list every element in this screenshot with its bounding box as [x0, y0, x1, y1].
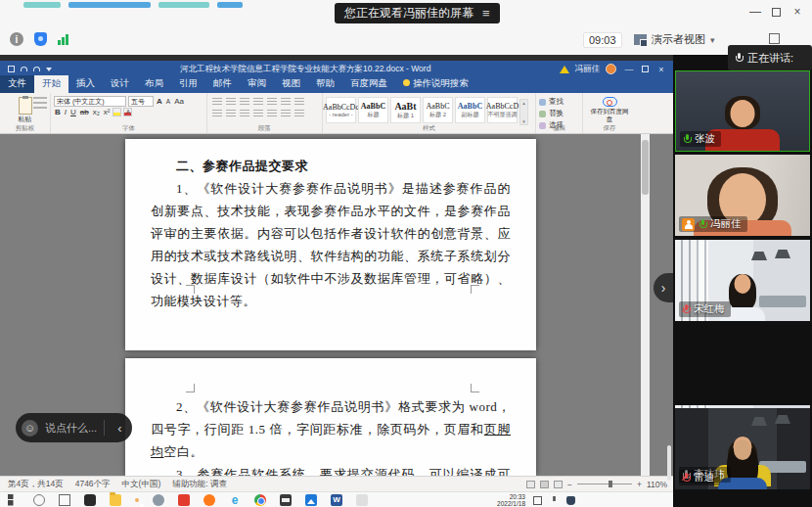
tab-layout[interactable]: 布局 [137, 75, 171, 93]
word-close-button[interactable]: × [654, 65, 668, 74]
paragraph-row-2[interactable] [212, 110, 317, 118]
font-name-combobox[interactable]: 宋体 (中文正文) [54, 96, 126, 107]
security-shield-icon[interactable] [34, 32, 47, 46]
web-layout-button[interactable] [554, 481, 563, 488]
zoom-slider-thumb[interactable] [609, 481, 612, 487]
scrollbar-thumb[interactable] [642, 140, 649, 195]
tab-review[interactable]: 审阅 [240, 75, 274, 93]
emoji-icon[interactable]: ☺ [22, 420, 38, 437]
save-to-baidu-button[interactable]: 保存到百度网盘 [586, 97, 633, 124]
tab-home[interactable]: 开始 [34, 75, 68, 93]
tab-baidu-netdisk[interactable]: 百度网盘 [342, 75, 395, 93]
file-explorer-icon[interactable] [110, 494, 121, 506]
start-button[interactable] [8, 494, 20, 506]
chat-placeholder[interactable]: 说点什么... [45, 421, 97, 436]
styles-gallery-scroll[interactable]: ▴▾ [519, 99, 528, 125]
video-tile-zhangbo[interactable]: 张波 [675, 70, 810, 152]
video-tile-fenglijia[interactable]: 冯丽佳 [675, 155, 810, 236]
screenshot-tool-icon[interactable] [178, 494, 190, 506]
style-normal[interactable]: AaBbCcDc - reader - [326, 97, 356, 123]
document-page-2[interactable]: 2、《软件设计大赛参赛作品说明书》格式要求为 word，四号字，行间距 1.5 … [125, 358, 536, 476]
close-button[interactable]: × [787, 2, 808, 22]
word-count[interactable]: 4746个字 [75, 479, 111, 490]
document-scrollbar[interactable] [641, 134, 650, 476]
word-maximize-button[interactable] [642, 66, 649, 72]
accessibility-status[interactable]: 辅助功能: 调查 [172, 479, 227, 490]
style-heading1[interactable]: AaBt 标题 1 [390, 97, 421, 123]
task-view-icon[interactable] [59, 494, 70, 506]
highlight-color-button[interactable] [113, 108, 121, 116]
avatar[interactable] [606, 64, 616, 74]
tab-tell-me[interactable]: 操作说明搜索 [395, 75, 476, 93]
find-button[interactable]: 查找 [539, 97, 579, 107]
orange-browser-icon[interactable] [203, 494, 215, 506]
clipboard-small-buttons[interactable] [33, 97, 47, 109]
bold-button[interactable]: B [54, 108, 62, 116]
redo-icon[interactable] [33, 67, 40, 71]
subscript-button[interactable]: x₂ [92, 108, 101, 116]
read-mode-button[interactable] [526, 481, 535, 488]
zoom-level[interactable]: 110% [647, 480, 667, 489]
paragraph-row-1[interactable] [212, 98, 317, 107]
tab-help[interactable]: 帮助 [308, 75, 342, 93]
chrome-icon[interactable] [254, 494, 266, 506]
save-icon[interactable] [8, 66, 15, 72]
zoom-out-button[interactable]: − [567, 480, 572, 489]
info-icon[interactable]: i [10, 32, 23, 46]
font-color-button[interactable]: A [123, 108, 132, 116]
undo-icon[interactable] [21, 67, 27, 71]
internet-explorer-icon[interactable]: e [229, 494, 241, 506]
underline-button[interactable]: U [69, 108, 77, 116]
shrink-font-button[interactable]: A [165, 98, 171, 105]
print-layout-button[interactable] [540, 481, 549, 488]
view-mode-selector[interactable]: 演示者视图 ▾ [634, 32, 715, 47]
watching-banner[interactable]: 您正在观看冯丽佳的屏幕 ≡ [335, 3, 500, 23]
cortana-search-icon[interactable] [33, 494, 45, 506]
language-indicator[interactable]: 中文(中国) [122, 479, 161, 490]
paste-icon[interactable] [19, 97, 32, 115]
page-indicator[interactable]: 第4页，共14页 [8, 479, 64, 490]
tab-references[interactable]: 引用 [171, 75, 205, 93]
style-subtitle[interactable]: AaBbC 副标题 [455, 97, 485, 123]
video-tile-songhongmei[interactable]: 宋红梅 [675, 240, 810, 321]
account-name[interactable]: 冯丽佳 [575, 64, 601, 75]
tab-insert[interactable]: 插入 [68, 75, 103, 93]
video-tile-leidi[interactable]: 雷迪 [675, 408, 810, 489]
warning-icon[interactable] [560, 66, 569, 73]
tab-design[interactable]: 设计 [103, 75, 137, 93]
paste-label[interactable]: 粘贴 [3, 115, 47, 124]
dark-app-icon[interactable] [84, 494, 96, 506]
cast-tray-icon[interactable] [533, 496, 542, 505]
style-subtle-emphasis[interactable]: AaBbCcD 不明显强调 [487, 97, 518, 123]
fullscreen-icon[interactable] [769, 33, 780, 44]
word-minimize-button[interactable]: — [622, 65, 636, 74]
superscript-button[interactable]: x² [103, 108, 112, 116]
grow-font-button[interactable]: A [156, 97, 163, 106]
tab-view[interactable]: 视图 [274, 75, 308, 93]
strikethrough-button[interactable]: ab [79, 108, 90, 116]
italic-button[interactable]: I [64, 108, 68, 116]
document-page-1[interactable]: 二、参赛作品提交要求 1、《软件设计大赛参赛作品说明书》是描述参赛作品的创新要点… [125, 139, 536, 350]
chat-input-pill[interactable]: ☺ 说点什么... ‹ [16, 413, 132, 442]
style-title[interactable]: AaBbC 标题 [358, 97, 388, 123]
sidebar-scrollbar-thumb[interactable] [667, 445, 671, 481]
pen-tool-icon[interactable] [356, 494, 368, 506]
tab-mailings[interactable]: 邮件 [205, 75, 240, 93]
media-player-icon[interactable] [280, 494, 292, 506]
zoom-slider[interactable] [577, 484, 632, 484]
font-size-combobox[interactable]: 五号 [128, 96, 154, 107]
change-case-button[interactable]: Aa [173, 97, 185, 106]
collapse-chat-icon[interactable]: ‹ [112, 421, 127, 436]
style-heading2[interactable]: AaBbC 标题 2 [423, 97, 453, 123]
security-tray-icon[interactable] [566, 496, 575, 505]
replace-button[interactable]: 替换 [539, 109, 579, 118]
taskbar-clock[interactable]: 20:33 2022/1/18 [497, 493, 525, 507]
remote-tool-icon[interactable] [153, 494, 164, 506]
zoom-in-button[interactable]: + [637, 480, 642, 489]
maximize-button[interactable] [772, 8, 781, 17]
mic-tray-icon[interactable] [550, 496, 559, 505]
meeting-app-active[interactable] [135, 498, 139, 502]
tab-file[interactable]: 文件 [0, 75, 34, 93]
banner-menu-icon[interactable]: ≡ [482, 7, 490, 20]
word-app-icon[interactable]: W [331, 494, 342, 506]
